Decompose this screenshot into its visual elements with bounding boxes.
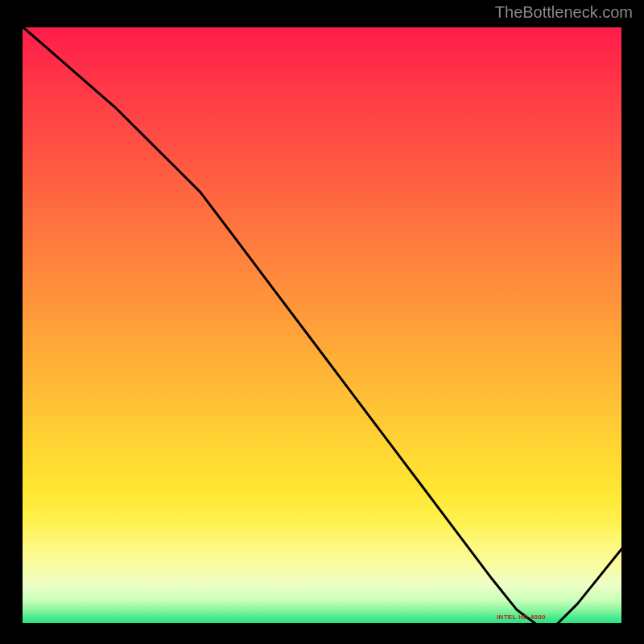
plot-frame: INTEL HD 4000 <box>18 23 626 628</box>
plot-border <box>18 23 626 27</box>
plot-border <box>621 23 626 628</box>
plot-border <box>18 23 23 628</box>
watermark-label: TheBottleneck.com <box>495 3 633 22</box>
data-curve <box>18 23 626 628</box>
plot-border <box>18 623 626 628</box>
chart-container: TheBottleneck.com INTEL HD 4000 <box>0 0 644 644</box>
chart-annotation-label: INTEL HD 4000 <box>497 613 546 621</box>
plot-svg <box>18 23 626 628</box>
